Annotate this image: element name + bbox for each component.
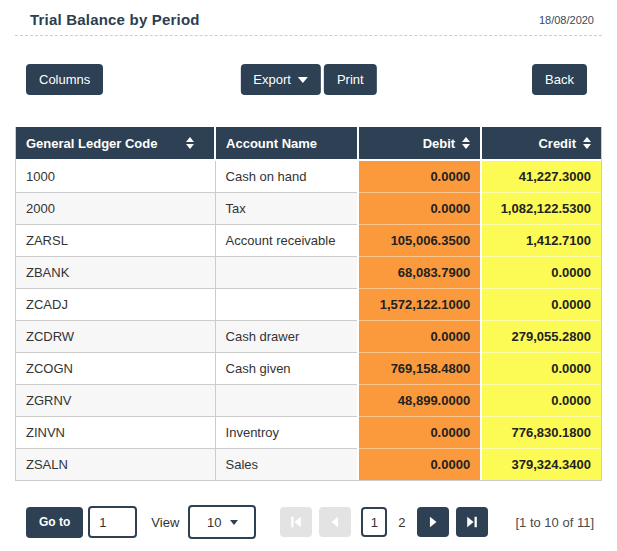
cell-debit: 769,158.4800 [358, 352, 481, 384]
goto-page-input[interactable] [88, 506, 137, 538]
table-row: ZCDRWCash drawer0.0000279,055.2800 [16, 320, 601, 352]
sort-icon [462, 137, 470, 149]
cell-glc: ZCADJ [16, 288, 215, 320]
table-header-row: General Ledger Code Account Name Debit [16, 127, 601, 160]
table-row: ZCADJ1,572,122.10000.0000 [16, 288, 601, 320]
toolbar-center-group: Export Print [240, 64, 376, 95]
pager: 1 2 [280, 507, 487, 537]
cell-glc: ZCOGN [16, 352, 215, 384]
table-row: ZGRNV48,899.00000.0000 [16, 384, 601, 416]
table-row: ZCOGNCash given769,158.48000.0000 [16, 352, 601, 384]
sort-icon [583, 137, 591, 149]
previous-page-button[interactable] [319, 507, 351, 537]
last-page-button[interactable] [456, 507, 488, 537]
cell-credit: 776,830.1800 [481, 416, 601, 448]
cell-debit: 0.0000 [358, 320, 481, 352]
caret-down-icon [298, 77, 308, 83]
cell-account: Tax [215, 192, 358, 224]
next-page-icon [426, 515, 440, 529]
cell-debit: 1,572,122.1000 [358, 288, 481, 320]
current-page-indicator[interactable]: 1 [361, 507, 387, 537]
first-page-button[interactable] [280, 507, 312, 537]
back-button-label: Back [545, 64, 574, 95]
cell-credit: 0.0000 [481, 352, 601, 384]
cell-debit: 0.0000 [358, 192, 481, 224]
columns-button[interactable]: Columns [26, 64, 103, 95]
column-header-credit[interactable]: Credit [481, 127, 601, 160]
toolbar: Columns Export Print Back [15, 64, 602, 95]
trial-balance-page: Trial Balance by Period 18/08/2020 Colum… [0, 0, 617, 551]
cell-glc: ZCDRW [16, 320, 215, 352]
page-link-2[interactable]: 2 [394, 515, 409, 530]
cell-glc: 1000 [16, 160, 215, 192]
cell-debit: 48,899.0000 [358, 384, 481, 416]
first-page-icon [289, 515, 303, 529]
cell-glc: ZARSL [16, 224, 215, 256]
record-range-text: [1 to 10 of 11] [515, 515, 594, 530]
cell-credit: 279,055.2800 [481, 320, 601, 352]
cell-glc: ZGRNV [16, 384, 215, 416]
view-label: View [151, 515, 179, 530]
cell-debit: 105,006.3500 [358, 224, 481, 256]
goto-button-label: Go to [39, 507, 70, 538]
view-page-size-value: 10 [207, 515, 221, 530]
cell-credit: 41,227.3000 [481, 160, 601, 192]
column-header-account-name[interactable]: Account Name [215, 127, 358, 160]
print-button-label: Print [337, 64, 364, 95]
table-row: ZBANK68,083.79000.0000 [16, 256, 601, 288]
cell-credit: 0.0000 [481, 288, 601, 320]
cell-account: Inventroy [215, 416, 358, 448]
header-divider [15, 35, 602, 36]
view-page-size-select[interactable]: 10 [188, 505, 256, 539]
cell-account: Account receivable [215, 224, 358, 256]
column-header-label: Account Name [226, 136, 317, 151]
cell-account: Cash on hand [215, 160, 358, 192]
table-row: 1000Cash on hand0.000041,227.3000 [16, 160, 601, 192]
column-header-label: General Ledger Code [26, 136, 157, 151]
cell-debit: 68,083.7900 [358, 256, 481, 288]
column-header-debit[interactable]: Debit [358, 127, 481, 160]
column-header-label: Credit [538, 136, 576, 151]
cell-credit: 379,324.3400 [481, 448, 601, 480]
table-body: 1000Cash on hand0.000041,227.30002000Tax… [16, 160, 601, 480]
table-row: 2000Tax0.00001,082,122.5300 [16, 192, 601, 224]
cell-account: Cash given [215, 352, 358, 384]
cell-account: Cash drawer [215, 320, 358, 352]
table-row: ZARSLAccount receivable105,006.35001,412… [16, 224, 601, 256]
cell-credit: 1,082,122.5300 [481, 192, 601, 224]
export-button-label: Export [253, 64, 291, 95]
trial-balance-table-wrap: General Ledger Code Account Name Debit [15, 127, 602, 481]
column-header-general-ledger-code[interactable]: General Ledger Code [16, 127, 215, 160]
sort-icon [186, 137, 194, 149]
cell-credit: 1,412.7100 [481, 224, 601, 256]
trial-balance-table: General Ledger Code Account Name Debit [16, 127, 601, 480]
chevron-down-icon [230, 520, 238, 525]
cell-account [215, 256, 358, 288]
cell-account [215, 288, 358, 320]
cell-credit: 0.0000 [481, 384, 601, 416]
cell-account: Sales [215, 448, 358, 480]
table-row: ZSALNSales0.0000379,324.3400 [16, 448, 601, 480]
column-header-label: Debit [423, 136, 456, 151]
cell-credit: 0.0000 [481, 256, 601, 288]
cell-account [215, 384, 358, 416]
pagination-bar: Go to View 10 1 2 [15, 506, 602, 538]
cell-glc: ZBANK [16, 256, 215, 288]
columns-button-label: Columns [39, 64, 90, 95]
report-date: 18/08/2020 [539, 14, 594, 26]
export-button[interactable]: Export [240, 64, 321, 95]
previous-page-icon [328, 515, 342, 529]
last-page-icon [465, 515, 479, 529]
table-row: ZINVNInventroy0.0000776,830.1800 [16, 416, 601, 448]
cell-debit: 0.0000 [358, 448, 481, 480]
cell-debit: 0.0000 [358, 160, 481, 192]
page-header: Trial Balance by Period 18/08/2020 [15, 0, 602, 28]
cell-glc: 2000 [16, 192, 215, 224]
cell-glc: ZINVN [16, 416, 215, 448]
print-button[interactable]: Print [324, 64, 377, 95]
cell-debit: 0.0000 [358, 416, 481, 448]
goto-button[interactable]: Go to [26, 507, 83, 538]
next-page-button[interactable] [417, 507, 449, 537]
cell-glc: ZSALN [16, 448, 215, 480]
back-button[interactable]: Back [532, 64, 587, 95]
